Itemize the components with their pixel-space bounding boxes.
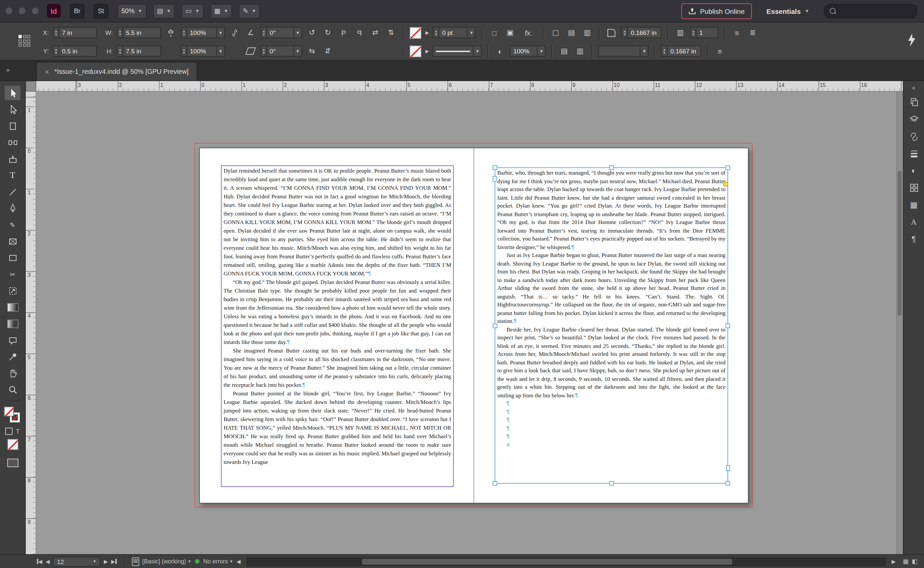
- rotate-cw-icon[interactable]: ↻: [322, 27, 334, 39]
- close-tab-icon[interactable]: ×: [45, 68, 49, 76]
- scroll-right-arrow[interactable]: ▶: [892, 559, 896, 564]
- screen-mode-button[interactable]: [5, 455, 20, 470]
- shear-angle-field[interactable]: ▲▼ 0° ▼: [261, 45, 302, 57]
- minimize-window-button[interactable]: [18, 7, 26, 15]
- panel-expand-left-icon[interactable]: »: [2, 65, 15, 74]
- selection-handle-middle-right[interactable]: [726, 323, 730, 328]
- shear-value[interactable]: 0°: [267, 45, 294, 57]
- opacity-field[interactable]: 100% ▼: [510, 45, 546, 57]
- direct-selection-tool[interactable]: [5, 102, 20, 116]
- gradient-swatch-tool[interactable]: [5, 300, 20, 314]
- height-value[interactable]: 7.5 in: [123, 45, 161, 57]
- fill-stroke-controls[interactable]: [4, 406, 21, 424]
- flip-horizontal-icon[interactable]: ⇄: [369, 27, 381, 39]
- stepper-icon[interactable]: ▲▼: [181, 45, 187, 57]
- workspace-switcher[interactable]: Essentials ▼: [766, 7, 809, 15]
- page-tool[interactable]: [5, 119, 20, 133]
- table-panel-icon[interactable]: ▦: [906, 198, 922, 212]
- stepper-icon[interactable]: ▲▼: [117, 45, 123, 57]
- width-field[interactable]: ▲▼ 5.5 in: [117, 27, 161, 38]
- bridge-button[interactable]: Br: [70, 4, 85, 18]
- constrain-dimensions-icon[interactable]: [165, 27, 177, 39]
- scale-y-value[interactable]: 100%: [187, 45, 217, 57]
- story-paragraph[interactable]: Beside her, Ivy League Barbie cleared he…: [497, 325, 726, 399]
- x-position-value[interactable]: 7 in: [59, 27, 97, 38]
- rectangle-tool[interactable]: [5, 251, 20, 265]
- story-paragraph[interactable]: Dylan reminded herself that sometimes it…: [224, 167, 451, 278]
- note-tool[interactable]: [5, 333, 20, 347]
- reference-point-proxy[interactable]: [18, 35, 32, 48]
- stepper-icon[interactable]: ▲▼: [261, 45, 267, 57]
- stepper-icon[interactable]: ▲▼: [661, 45, 667, 57]
- effects-fx-button[interactable]: fx.: [520, 27, 537, 39]
- zoom-level-dropdown[interactable]: 50% ▼: [117, 4, 146, 18]
- selection-handle-bottom-center[interactable]: [609, 481, 614, 486]
- window-split-icon[interactable]: ◧: [912, 558, 917, 565]
- links-panel-icon[interactable]: [906, 129, 922, 144]
- stock-button[interactable]: St: [94, 4, 108, 18]
- wrap-none-icon[interactable]: ▢: [550, 27, 562, 39]
- constrain-scale-icon[interactable]: [229, 27, 241, 39]
- horizontal-scrollbar-thumb[interactable]: [362, 559, 732, 564]
- gutter-field[interactable]: ▲▼ 0.1667 in: [661, 45, 701, 57]
- gradient-feather-tool[interactable]: [5, 316, 20, 331]
- corner-radius-field[interactable]: ▲▼ 0.1667 in: [622, 27, 662, 38]
- stepper-icon[interactable]: ▲▼: [181, 27, 187, 38]
- corner-radius-value[interactable]: 0.1667 in: [627, 27, 662, 38]
- zoom-tool[interactable]: [5, 382, 20, 397]
- width-value[interactable]: 5.5 in: [123, 27, 161, 38]
- publish-online-button[interactable]: Publish Online: [682, 3, 752, 19]
- paragraph-styles-panel-icon[interactable]: ¶: [906, 232, 922, 246]
- workspace-tools-dropdown[interactable]: ✎ ▼: [239, 4, 260, 18]
- swatches-panel-icon[interactable]: [906, 181, 922, 195]
- hand-tool[interactable]: [5, 366, 20, 380]
- stroke-panel-icon[interactable]: [906, 146, 922, 161]
- line-tool[interactable]: [5, 184, 20, 199]
- scale-x-value[interactable]: 100%: [187, 27, 217, 38]
- layers-panel-icon[interactable]: [906, 112, 922, 127]
- columns-value[interactable]: 1: [696, 27, 718, 38]
- chevron-down-icon[interactable]: ▼: [294, 27, 302, 38]
- rectangle-frame-tool[interactable]: [5, 234, 20, 248]
- paragraph-lines-alt-icon[interactable]: ≣: [747, 27, 759, 39]
- story-paragraph[interactable]: ¶: [497, 424, 726, 432]
- free-transform-tool[interactable]: [5, 283, 20, 298]
- height-field[interactable]: ▲▼ 7.5 in: [117, 45, 161, 57]
- view-options-dropdown[interactable]: ▤ ▼: [153, 4, 175, 18]
- selection-handle-bottom-left[interactable]: [493, 481, 497, 486]
- scissors-tool[interactable]: ✂: [5, 267, 20, 281]
- vertical-scrollbar[interactable]: [896, 92, 903, 554]
- object-style-value[interactable]: [598, 45, 641, 57]
- chevron-down-icon[interactable]: ▼: [474, 45, 482, 57]
- eyedropper-tool[interactable]: [5, 349, 20, 364]
- rotate-90-ccw-icon[interactable]: P: [353, 27, 365, 39]
- chevron-down-icon[interactable]: ▼: [217, 45, 225, 57]
- stepper-icon[interactable]: ▲▼: [433, 27, 439, 38]
- wrap-bounding-box-icon[interactable]: ▤: [565, 27, 577, 39]
- stepper-icon[interactable]: ▲▼: [53, 27, 59, 38]
- fill-flyout-icon[interactable]: ▶: [426, 30, 429, 35]
- fill-color-swatch[interactable]: [4, 406, 14, 417]
- document-tab[interactable]: × *Issue-1_reduxv4.indd @ 50% [GPU Previ…: [36, 62, 197, 80]
- document-canvas[interactable]: Dylan reminded herself that sometimes it…: [36, 92, 903, 554]
- pen-tool[interactable]: [5, 201, 20, 216]
- flip-icons-group[interactable]: ⇆: [306, 45, 318, 57]
- stepper-icon[interactable]: ▲▼: [622, 27, 627, 38]
- type-tool[interactable]: T: [5, 168, 20, 183]
- next-page-button[interactable]: ▶: [104, 559, 108, 564]
- close-window-button[interactable]: [5, 7, 12, 15]
- search-box[interactable]: [824, 4, 917, 18]
- stroke-style-dropdown[interactable]: ▼: [433, 45, 482, 57]
- page-left[interactable]: Dylan reminded herself that sometimes it…: [200, 148, 474, 503]
- stroke-flyout-icon[interactable]: ▶: [426, 48, 429, 54]
- story-paragraph[interactable]: ¶: [497, 408, 726, 416]
- select-content-icon[interactable]: ▣: [504, 27, 516, 39]
- text-in-port[interactable]: [493, 176, 497, 182]
- ruler-origin-corner[interactable]: [26, 81, 36, 92]
- color-panel-icon[interactable]: ◐: [906, 163, 922, 178]
- wrap-object-shape-icon[interactable]: ▥: [582, 27, 593, 39]
- stroke-swatch[interactable]: [410, 45, 421, 57]
- page-number-dropdown[interactable]: 12 ▼: [53, 556, 101, 566]
- horizontal-scrollbar[interactable]: [246, 557, 885, 566]
- panel-expand-icon[interactable]: «: [912, 85, 915, 95]
